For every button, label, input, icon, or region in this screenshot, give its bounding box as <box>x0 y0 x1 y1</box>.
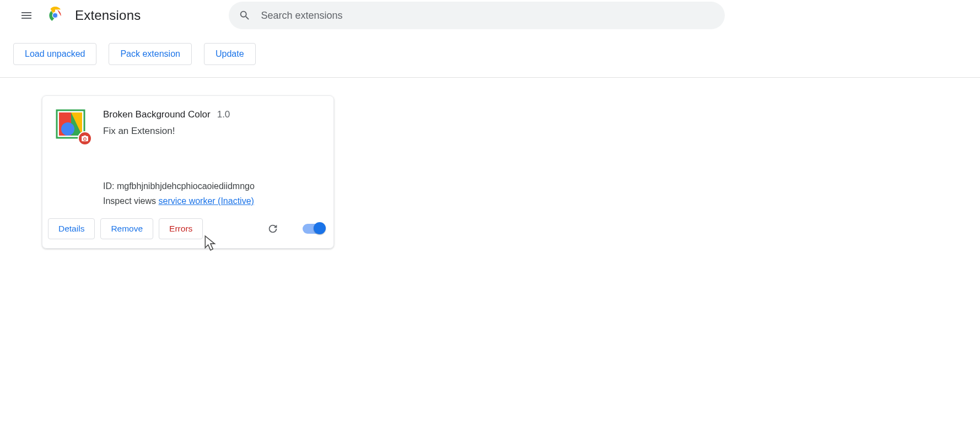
page-title: Extensions <box>75 8 141 23</box>
toggle-knob <box>314 222 326 234</box>
remove-button[interactable]: Remove <box>100 218 153 239</box>
details-button[interactable]: Details <box>48 218 95 239</box>
extension-id-row: ID: mgfbhjnibhjdehcphiocaoiediidmngo <box>103 179 320 193</box>
dev-toolbar: Load unpacked Pack extension Update <box>0 31 980 78</box>
extension-icon <box>56 109 85 139</box>
search-box[interactable] <box>229 2 725 29</box>
pack-extension-button[interactable]: Pack extension <box>109 43 192 65</box>
extension-id-value: mgfbhjnibhjdehcphiocaoiediidmngo <box>117 181 255 191</box>
menu-button[interactable] <box>13 2 40 29</box>
reload-button[interactable] <box>265 221 281 236</box>
enable-toggle[interactable] <box>303 224 325 234</box>
extension-id-label: ID: <box>103 181 114 191</box>
extension-card: Broken Background Color 1.0 Fix an Exten… <box>42 95 334 249</box>
reload-icon <box>267 223 279 235</box>
service-worker-link[interactable]: service worker (Inactive) <box>159 196 254 206</box>
search-input[interactable] <box>261 10 715 21</box>
error-badge-icon <box>78 131 92 146</box>
extension-version: 1.0 <box>217 109 230 120</box>
inspect-views-row: Inspect views service worker (Inactive) <box>103 193 320 208</box>
svg-point-7 <box>61 122 74 136</box>
search-icon <box>239 9 251 21</box>
app-header: Extensions <box>0 0 980 31</box>
svg-point-8 <box>84 138 86 140</box>
extension-name: Broken Background Color <box>103 109 211 120</box>
inspect-views-label: Inspect views <box>103 196 156 206</box>
menu-icon <box>20 9 33 22</box>
chrome-logo-icon <box>46 7 64 24</box>
errors-button[interactable]: Errors <box>159 218 203 239</box>
update-button[interactable]: Update <box>204 43 256 65</box>
load-unpacked-button[interactable]: Load unpacked <box>13 43 96 65</box>
extension-description: Fix an Extension! <box>103 126 320 137</box>
